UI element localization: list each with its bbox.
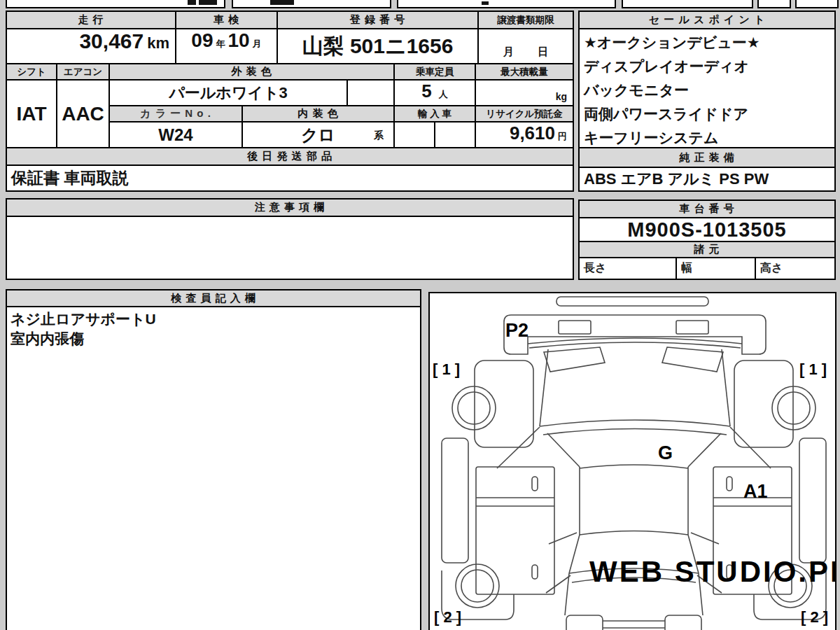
cutoff-text-fragment [482, 1, 489, 5]
shaken-header: 車 検 [175, 10, 278, 29]
notes-header: 注 意 事 項 欄 [6, 198, 574, 217]
sales-point-line: バックモニター [584, 78, 689, 102]
right-headlight [676, 321, 708, 334]
roof-front-arc [580, 465, 688, 468]
left-doors [476, 467, 554, 594]
mark-p2: P2 [505, 320, 528, 341]
capacity-value: 5 人 [393, 79, 476, 106]
recycle-deposit-header: リサイクル預託金 [475, 105, 574, 122]
door-handle [532, 565, 538, 579]
rear-bumper-left [566, 615, 603, 630]
shift-header: シフト [6, 63, 57, 80]
windshield-right-edge [722, 349, 730, 426]
later-parts-header: 後 日 発 送 部 品 [6, 147, 574, 166]
front-trim-bar [556, 297, 708, 306]
cutoff-row-cell [757, 0, 791, 8]
exterior-color-value: パールホワイト3 [108, 79, 348, 106]
later-parts-value: 保証書 車両取説 [6, 164, 574, 192]
inspector-notes-body: ネジ止ロアサポートU 室内内張傷 [6, 306, 421, 630]
mark-g: G [658, 442, 673, 463]
interior-color-value: クロ 系 [241, 121, 395, 148]
sales-points-header: セ ー ル ス ポ イ ン ト [578, 10, 836, 29]
mark-rear-left-2: [ 2 ] [434, 608, 461, 626]
left-headlight [559, 321, 591, 334]
shaken-value: 09 年 10 月 [175, 28, 278, 64]
right-sill [799, 438, 826, 563]
left-sill [442, 438, 468, 563]
aircon-header: エアコン [56, 63, 110, 80]
rear-bumper-right [665, 615, 701, 630]
registration-header: 登 録 番 号 [276, 10, 479, 29]
transfer-deadline-value: 月 日 [477, 28, 574, 64]
mark-front-right-1: [ 1 ] [799, 360, 827, 378]
notes-body [6, 216, 574, 280]
door-handle [532, 477, 538, 491]
chassis-no-header: 車 台 番 号 [578, 200, 836, 218]
right-front-fender [734, 360, 793, 447]
mark-rear-right-2: [ 2 ] [801, 608, 828, 626]
capacity-header: 乗車定員 [393, 63, 476, 80]
cutoff-text-fragment [270, 0, 294, 5]
genuine-equipment-value: ABS エアB アルミ PS PW [578, 167, 836, 192]
sales-point-line: 両側パワースライドドア [584, 102, 748, 126]
sales-point-line: キーフリーシステム [584, 126, 718, 148]
chassis-no-value: M900S-1013505 [578, 217, 836, 242]
left-wiper [544, 347, 605, 372]
shift-value: IAT [6, 79, 57, 148]
aircon-value: AAC [56, 79, 110, 148]
car-diagram-panel: WEB STUDIO.PRO P2 [ 1 ] [ 1 ] G A1 [ 2 ]… [428, 292, 836, 630]
exterior-color-extra-cell [346, 79, 395, 106]
max-load-value: kg [475, 79, 574, 106]
registration-value: 山梨 501ニ1656 [276, 28, 479, 64]
windshield-left-edge [540, 349, 548, 426]
hood-rear-arc [543, 429, 727, 435]
front-bumper [504, 315, 766, 354]
inspector-note-line: ネジ止ロアサポートU [10, 309, 156, 329]
front-left-wheel [452, 386, 496, 430]
transfer-deadline-header: 譲渡書類期限 [477, 10, 574, 29]
mark-front-left-1: [ 1 ] [433, 360, 460, 378]
color-no-header: カ ラ ー N o . [108, 105, 243, 122]
sales-points-body: ★オークションデビュー★ ディスプレイオーディオ バックモニター 両側パワースラ… [578, 28, 836, 148]
spec-height-cell: 高さ [755, 257, 836, 280]
mileage-value: 30,467 km [6, 28, 176, 64]
inspector-note-line: 室内内張傷 [10, 329, 84, 349]
cutoff-row-cell [622, 0, 753, 8]
sales-point-line: ディスプレイオーディオ [584, 55, 749, 78]
color-no-value: W24 [108, 121, 243, 148]
inspector-notes-header: 検 査 員 記 入 欄 [6, 289, 421, 307]
spec-length-cell: 長さ [578, 257, 677, 280]
max-load-header: 最大積載量 [475, 63, 574, 80]
import-car-header: 輸 入 車 [393, 105, 476, 122]
watermark: WEB STUDIO.PRO [589, 555, 835, 588]
import-car-cell-2 [434, 121, 476, 148]
import-car-cell-1 [393, 121, 435, 148]
specs-header: 諸 元 [578, 241, 836, 258]
interior-color-header: 内 装 色 [241, 105, 395, 122]
mark-a1: A1 [743, 481, 768, 502]
door-handle [727, 477, 732, 491]
left-front-fender [475, 360, 533, 447]
roof-rear-arc [580, 531, 688, 536]
cutoff-text-fragment [199, 0, 217, 5]
recycle-fee-value: 9,610 円 [475, 121, 574, 148]
cutoff-row-cell [795, 0, 839, 8]
right-wiper [662, 347, 723, 372]
spec-width-cell: 幅 [676, 257, 756, 280]
cutoff-row-cell [397, 0, 616, 8]
sales-point-line: ★オークションデビュー★ [584, 31, 760, 55]
cowl-arc-inner [529, 342, 741, 348]
front-right-wheel [772, 386, 816, 430]
windshield-bottom-arc [540, 420, 730, 426]
mileage-header: 走 行 [6, 10, 176, 29]
rear-left-wheel [456, 564, 499, 608]
cutoff-row-cell [232, 0, 391, 8]
exterior-color-header: 外 装 色 [108, 63, 395, 80]
cutoff-text-fragment [188, 0, 196, 5]
car-diagram: WEB STUDIO.PRO P2 [ 1 ] [ 1 ] G A1 [ 2 ]… [430, 293, 835, 630]
genuine-equipment-header: 純 正 装 備 [578, 147, 836, 168]
auction-sheet: 走 行 車 検 登 録 番 号 譲渡書類期限 30,467 km 09 年 10… [0, 0, 840, 630]
